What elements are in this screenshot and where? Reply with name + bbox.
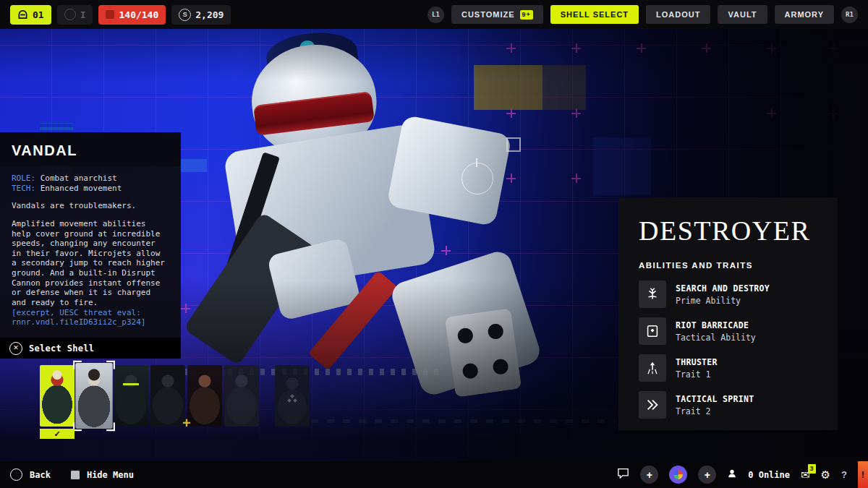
tech-value: Enhanced movement	[35, 184, 122, 193]
tab-loadout-label: LOADOUT	[656, 10, 700, 19]
hide-menu-label[interactable]: Hide Menu	[87, 470, 134, 480]
thruster-icon	[639, 354, 666, 382]
back-label[interactable]: Back	[30, 470, 51, 480]
abilities-subtitle: ABILITIES AND TRAITS	[639, 261, 817, 270]
online-status: 0 Online	[748, 470, 790, 480]
ability-row[interactable]: RIOT BARRICADE Tactical Ability	[639, 317, 817, 345]
cross-button-icon: ✕	[9, 342, 22, 355]
left-bumper-icon: L1	[427, 7, 444, 23]
plus-icon: +	[647, 470, 652, 480]
ability-name: SEARCH AND DESTROY	[676, 283, 770, 294]
selection-bracket	[106, 422, 115, 431]
bottom-bar: Back Hide Menu + + 0 Online ✉ 3 ⚙ ? !	[0, 461, 868, 488]
inbox-button[interactable]: ✉ 3	[801, 469, 810, 480]
shell-excerpt: [excerpt, UESC threat eval: rnnr.vndl.fi…	[12, 308, 169, 328]
tab-shell-select-label: SHELL SELECT	[561, 10, 629, 19]
ability-text: THRUSTER Trait 1	[676, 357, 718, 380]
armor-grid-icon	[106, 10, 114, 19]
player-slot-1[interactable]: 01	[10, 5, 51, 25]
health-badge: 140/140	[98, 5, 166, 25]
equipped-check-badge: ✓	[40, 429, 75, 439]
riot-barricade-icon	[639, 317, 666, 345]
ability-set-title: DESTROYER	[639, 215, 817, 247]
shell-portrait	[187, 365, 222, 427]
shell-thumbnail-row	[40, 365, 310, 427]
shell-tile[interactable]	[150, 365, 185, 427]
ability-type: Trait 2	[676, 406, 754, 416]
select-shell-label: Select Shell	[29, 343, 94, 354]
currency-badge: S 2,209	[171, 5, 231, 25]
ability-row[interactable]: SEARCH AND DESTROY Prime Ability	[639, 281, 817, 308]
bottom-right-cluster: + + 0 Online ✉ 3 ⚙ ? !	[617, 461, 858, 488]
inbox-count-badge: 3	[808, 464, 816, 474]
ability-row[interactable]: TACTICAL SPRINT Trait 2	[639, 391, 817, 419]
shell-tile[interactable]	[224, 365, 259, 427]
ability-name: RIOT BARRICADE	[676, 320, 756, 330]
shell-info-panel: VANDAL ROLE: Combat anarchist TECH: Enha…	[0, 132, 181, 339]
empty-slot-icon	[64, 9, 76, 20]
selection-bracket	[73, 361, 82, 369]
player-slot-number: 01	[33, 9, 44, 20]
tab-shell-select[interactable]: SHELL SELECT	[550, 5, 639, 24]
tab-vault[interactable]: VAULT	[718, 5, 767, 24]
top-bar: 01 I 140/140 S 2,209 L1 CUSTOMIZE 9+ SHE…	[0, 0, 868, 29]
role-value: Combat anarchist	[35, 174, 117, 183]
shell-tile[interactable]	[114, 365, 148, 427]
shell-info-body: ROLE: Combat anarchist TECH: Enhanced mo…	[0, 166, 181, 339]
role-label: ROLE:	[12, 174, 35, 183]
circle-button-icon	[10, 468, 22, 481]
hide-menu-checkbox[interactable]	[71, 471, 80, 479]
customize-count-badge: 9+	[520, 10, 533, 20]
invite-button[interactable]: +	[698, 466, 716, 484]
tab-customize[interactable]: CUSTOMIZE 9+	[451, 5, 543, 24]
shell-role-line: ROLE: Combat anarchist TECH: Enhanced mo…	[12, 174, 169, 193]
ability-type: Trait 1	[676, 369, 718, 380]
plus-icon: +	[705, 470, 710, 480]
emote-wheel-button[interactable]	[669, 466, 687, 484]
tab-vault-label: VAULT	[728, 10, 757, 19]
select-shell-prompt[interactable]: ✕ Select Shell	[0, 338, 181, 359]
ability-text: SEARCH AND DESTROY Prime Ability	[676, 283, 770, 306]
chat-icon[interactable]	[617, 468, 629, 481]
tactical-sprint-icon	[639, 391, 666, 419]
ability-row[interactable]: THRUSTER Trait 1	[639, 354, 817, 382]
shell-row-gap	[261, 365, 273, 427]
shell-select-screen: 01 I 140/140 S 2,209 L1 CUSTOMIZE 9+ SHE…	[0, 0, 868, 488]
ability-text: TACTICAL SPRINT Trait 2	[676, 394, 754, 416]
right-bumper-icon: R1	[841, 7, 858, 23]
shell-tile[interactable]	[187, 365, 222, 427]
tab-armory-label: ARMORY	[785, 10, 824, 19]
add-friend-button[interactable]: +	[640, 466, 658, 484]
abilities-panel: DESTROYER ABILITIES AND TRAITS SEARCH AN…	[618, 197, 838, 430]
tab-customize-label: CUSTOMIZE	[461, 10, 515, 19]
currency-icon: S	[179, 9, 191, 21]
tab-loadout[interactable]: LOADOUT	[646, 5, 710, 24]
ability-type: Prime Ability	[676, 296, 770, 306]
shell-portrait	[40, 365, 75, 427]
player-slot-2[interactable]: I	[57, 5, 93, 25]
shell-description: Amplified movement abilities help cover …	[12, 219, 169, 308]
alert-tile[interactable]: !	[858, 461, 868, 488]
shell-portrait	[224, 365, 259, 427]
online-players-icon	[727, 468, 737, 481]
emote-pinwheel-icon	[673, 470, 683, 479]
character-preview-scene: VANDAL ROLE: Combat anarchist TECH: Enha…	[0, 29, 868, 461]
shell-tile-locked[interactable]	[275, 365, 310, 427]
shell-helmet-icon	[17, 9, 28, 20]
help-button[interactable]: ?	[841, 469, 847, 480]
shell-tile-selected[interactable]	[75, 363, 112, 429]
shell-portrait	[75, 363, 112, 429]
ability-name: TACTICAL SPRINT	[676, 394, 754, 404]
shell-tagline: Vandals are troublemakers.	[12, 201, 169, 211]
health-value: 140/140	[119, 9, 158, 20]
shell-portrait	[150, 365, 185, 427]
tab-armory[interactable]: ARMORY	[775, 5, 834, 24]
settings-gear-icon[interactable]: ⚙	[821, 469, 830, 480]
selection-bracket	[106, 361, 115, 369]
shell-tile-equipped[interactable]	[40, 365, 75, 427]
currency-value: 2,209	[195, 9, 224, 20]
ability-text: RIOT BARRICADE Tactical Ability	[676, 320, 756, 343]
tech-label: TECH:	[12, 184, 35, 193]
shell-portrait	[114, 365, 148, 427]
top-nav: L1 CUSTOMIZE 9+ SHELL SELECT LOADOUT VAU…	[427, 5, 858, 24]
